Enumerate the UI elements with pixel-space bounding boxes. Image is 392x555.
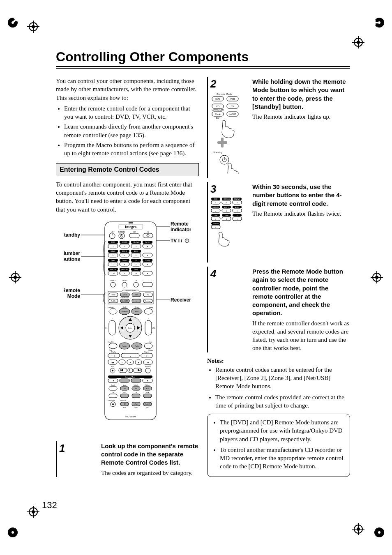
svg-rect-167 [109,320,115,335]
crop-mark-top-right [372,16,386,30]
svg-text:SAT: SAT [216,117,220,119]
svg-rect-240 [109,394,117,398]
svg-text:CH: CH [105,327,107,329]
label-standby: Standby [64,232,80,238]
svg-text:indicator: indicator [171,227,191,233]
svg-text:Tuner: Tuner [224,215,228,216]
section-heading: Entering Remote Control Codes [56,163,199,176]
svg-text:Setup: Setup [135,306,139,308]
svg-text:Multich: Multich [145,385,150,386]
notes-box: The [DVD] and [CD] Remote Mode buttons a… [207,414,350,477]
svg-text:Tape: Tape [214,215,217,216]
step-2-figure: Remote Mode DVD VCR CD TV CDR/MD/Dock Ca… [210,92,244,174]
svg-point-177 [109,343,117,349]
svg-point-182 [144,343,152,349]
right-column: 2 Remote Mode DVD VCR CD TV CDR/MD/Dock … [207,77,350,481]
step-1: 1 Look up the component's remote control… [56,441,199,477]
step-3-figure: DVD HD/MC/VD CBL/SAT 1 2 3 GAME/TV AUX 1… [210,197,244,258]
notes-list: Remote control codes cannot be entered f… [207,366,350,410]
svg-text:HD/MC: HD/MC [122,241,127,243]
svg-text:HDD: HDD [123,403,126,405]
svg-text:TV CH: TV CH [145,241,150,243]
step-right: While holding down the Remote Mode butto… [249,77,350,178]
content-area: Controlling Other Components You can con… [56,49,350,481]
svg-text:7: 7 [215,219,216,220]
svg-text:CDR/MD/Dock: CDR/MD/Dock [212,109,224,111]
step-4: 4 Press the Remote Mode button again to … [207,267,350,352]
svg-text:DVD: DVD [111,241,115,243]
svg-text:Resel: Resel [111,385,115,386]
crop-mark-top-left [6,16,20,30]
step-body: The Remote indicator flashes twice. [252,210,350,218]
svg-text:CD: CD [135,259,137,261]
svg-text:AUX 2: AUX 2 [235,207,239,208]
svg-text:Guide: Guide [122,306,126,308]
svg-text:5: 5 [226,210,227,212]
svg-text:OpenClose: OpenClose [108,400,115,401]
svg-text:Cable: Cable [215,113,220,115]
svg-text:Clr: Clr [135,272,137,274]
page: Controlling Other Components You can con… [0,0,392,555]
svg-text:VCR: VCR [230,98,235,100]
svg-text:Lvm: Lvm [112,392,115,394]
step-2: 2 Remote Mode DVD VCR CD TV CDR/MD/Dock … [207,77,350,178]
svg-text:Cable: Cable [111,300,116,302]
svg-text:Sleep: Sleep [149,306,153,309]
svg-text:0: 0 [215,227,216,228]
svg-text:All St: All St [146,388,149,389]
step-left: 2 Remote Mode DVD VCR CD TV CDR/MD/Dock … [207,77,249,178]
svg-rect-242 [132,394,140,398]
svg-text:SW: SW [135,388,137,389]
svg-point-7 [378,531,380,534]
svg-text:Tuner: Tuner [122,259,127,261]
svg-rect-60 [129,233,139,238]
svg-text:Rec: Rec [111,366,114,368]
svg-text:CDR: CDR [123,388,126,389]
registration-mark [27,21,39,33]
svg-text:Return: Return [122,345,127,347]
svg-text:Off: Off [135,279,137,281]
svg-text:DVD: DVD [134,407,138,408]
svg-text:HD/MC/VD: HD/MC/VD [223,198,230,200]
svg-text:Repeat: Repeat [144,351,149,353]
svg-text:Number: Number [64,251,80,256]
section-paragraph: To control another component, you must f… [56,180,199,214]
svg-text:Prev CH: Prev CH [108,341,114,343]
svg-point-247 [112,403,114,405]
svg-text:AUX 1: AUX 1 [224,207,228,208]
step-left: 1 [56,441,98,477]
svg-text:CD: CD [135,294,138,296]
step-left: 4 [207,267,249,352]
svg-text:GAME/TV: GAME/TV [212,207,219,208]
svg-text:CBL/SAT: CBL/SAT [234,198,241,200]
svg-text:DVD: DVD [214,198,217,200]
svg-text:TV VOL: TV VOL [145,259,151,261]
step-heading: Look up the component's remote control c… [101,442,199,467]
svg-text:RC-688M: RC-688M [125,415,136,418]
svg-text:TV: TV [231,105,234,108]
svg-text:CD: CD [133,231,136,233]
svg-text:Tape: Tape [111,259,115,261]
svg-rect-210 [128,368,133,373]
svg-text:▼: ▼ [147,254,148,256]
intro-bullet: Program the Macro buttons to perform a s… [64,141,199,158]
svg-text:Audio: Audio [123,385,127,386]
step-right: Press the Remote Mode button again to se… [249,267,350,352]
step-number: 3 [210,184,247,194]
svg-rect-171 [145,320,152,335]
svg-text:Zone 2: Zone 2 [110,279,116,281]
step-right: Within 30 seconds, use the number button… [249,182,350,263]
step-number: 1 [59,443,96,454]
svg-text:Muting: Muting [148,350,153,351]
left-column: You can control your other components, i… [56,77,199,481]
svg-text:On: On [111,231,114,233]
svg-rect-221 [120,379,129,382]
svg-text:▶▶: ▶▶ [147,362,150,364]
svg-text:Listening Mode: Listening Mode [125,376,135,378]
registration-mark [352,523,364,535]
svg-text:Remote: Remote [64,288,80,293]
two-column-layout: You can control your other components, i… [56,77,350,481]
svg-text:8: 8 [226,219,227,220]
svg-text:3: 3 [237,202,238,204]
svg-text:Video Off: Video Off [120,400,126,401]
